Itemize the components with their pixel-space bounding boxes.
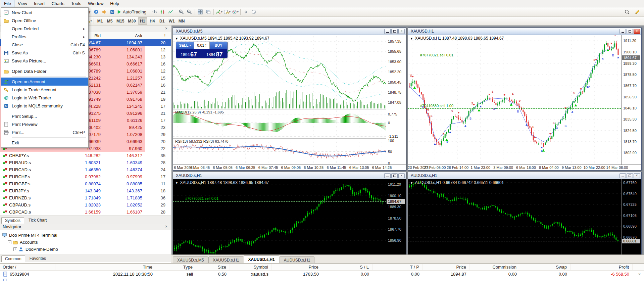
lot-stepper[interactable]: ▴▾ <box>205 44 206 47</box>
menu-item-close[interactable]: CloseCtrl+F4 <box>1 41 88 49</box>
chart-title-bar[interactable]: XAUUSD.s,H1× <box>173 172 406 179</box>
market-watch-row[interactable]: EURCAD.s1.463501.4637424 <box>0 166 171 173</box>
chart-restore-button[interactable] <box>391 173 398 178</box>
terminal-column-size[interactable]: Size <box>196 264 230 270</box>
mql5-community-button[interactable]: M <box>108 8 116 16</box>
market-watch-close-icon[interactable]: × <box>164 26 169 31</box>
crosshair-button[interactable] <box>242 8 250 16</box>
menu-item-login-to-trade-account[interactable]: Login to Trade Account <box>1 86 88 94</box>
sell-button[interactable]: SELL▾ <box>176 42 194 49</box>
terminal-column-symbol[interactable]: Symbol <box>230 264 272 270</box>
timeframe-m30-button[interactable]: M30 <box>126 17 137 25</box>
timeframe-m15-button[interactable]: M15 <box>115 17 126 25</box>
tab-common[interactable]: Common <box>1 255 25 262</box>
menu-item-login-to-web-trader[interactable]: Login to Web Trader <box>1 94 88 102</box>
chart-tab-xauusd-s-h1-2[interactable]: XAUUSD.s,H1 <box>244 255 279 263</box>
menu-item-print[interactable]: Print...Ctrl+P <box>1 128 88 136</box>
terminal-column-order[interactable]: Order / <box>0 264 55 270</box>
price-axis[interactable]: 0.677600.675400.673250.671050.668900.666… <box>621 179 641 263</box>
menu-item-open-data-folder[interactable]: Open Data Folder <box>1 67 88 75</box>
web-terminal-button[interactable] <box>92 8 100 16</box>
menubar-item-view[interactable]: View <box>14 0 31 7</box>
timeframe-m1-button[interactable]: M1 <box>95 17 105 25</box>
market-watch-row[interactable]: EURGBP.s0.880740.8808511 <box>0 180 171 187</box>
menubar-item-charts[interactable]: Charts <box>48 0 67 7</box>
terminal-column-profit[interactable]: Profit <box>571 264 633 270</box>
time-axis[interactable]: 23 Feb 202327 Feb 05:0028 Feb 14:001 Mar… <box>408 165 641 170</box>
chart-minimize-button[interactable] <box>620 173 626 178</box>
chart-plot[interactable]: ▼ AUDUSD.s,H1 0.66734 0.66742 0.66511 0.… <box>408 179 621 263</box>
collapse-box-icon[interactable]: - <box>8 240 11 244</box>
tree-item-dooprime-demo[interactable]: +DooPrime-Demo <box>0 246 171 253</box>
one-click-collapse-icon[interactable]: ▼ <box>175 181 179 185</box>
chart-restore-button[interactable] <box>627 29 633 34</box>
buy-button[interactable]: BUY <box>210 42 227 49</box>
menubar-item-file[interactable]: File <box>1 0 14 7</box>
dropdown-arrow-icon[interactable]: ▾ <box>90 19 92 22</box>
lot-size-field[interactable]: 0.01▴▾ <box>194 42 210 49</box>
market-watch-row[interactable]: EURAUD.s1.603211.6034928 <box>0 159 171 166</box>
indicators-list-button[interactable]: ▾ <box>215 8 223 16</box>
terminal-column-swap[interactable]: Swap <box>520 264 571 270</box>
chart-close-button[interactable]: × <box>634 29 640 34</box>
tab-symbols[interactable]: Symbols <box>1 217 24 224</box>
chart-title-bar[interactable]: XAUUSD,H1× <box>408 28 641 35</box>
tile-windows-button[interactable] <box>196 8 204 16</box>
news-button[interactable] <box>100 8 108 16</box>
one-click-trading-panel[interactable]: SELL▾0.01▴▾BUY189467189487 <box>176 42 228 58</box>
tab-favorites[interactable]: Favorites <box>26 255 50 262</box>
menu-item-print-preview[interactable]: Print Preview <box>1 120 88 128</box>
menu-item-save-as[interactable]: Save AsCtrl+S <box>1 49 88 57</box>
chart-close-button[interactable]: × <box>398 173 405 178</box>
terminal-column-time[interactable]: Time <box>55 264 156 270</box>
zoom-out-button[interactable] <box>186 8 193 16</box>
market-watch-row[interactable]: CHFJPY.s146.282146.31735 <box>0 152 171 159</box>
market-watch-row[interactable]: EURNZD.s1.718491.7188536 <box>0 194 171 201</box>
menubar-item-window[interactable]: Window <box>85 0 107 7</box>
cascade-windows-button[interactable] <box>204 8 212 16</box>
chart-restore-button[interactable] <box>391 29 398 34</box>
dropdown-arrow-icon[interactable]: ▾ <box>221 10 222 13</box>
timeframe-d1-button[interactable]: D1 <box>157 17 167 25</box>
menu-item-open-offline[interactable]: Open Offline <box>1 16 88 25</box>
search-button[interactable] <box>623 8 631 16</box>
chart-tab-audusd-s-h1-3[interactable]: AUDUSD.s,H1 <box>280 256 315 263</box>
chart-title-bar[interactable]: AUDUSD.s,H1× <box>408 172 641 179</box>
tab-tick-chart[interactable]: Tick Chart <box>25 217 50 224</box>
timeframe-h4-button[interactable]: H4 <box>148 17 157 25</box>
terminal-column-t-p[interactable]: T / P <box>373 264 423 270</box>
templates-button[interactable]: ▾ <box>231 8 239 16</box>
autotrading-button[interactable]: AutoTrading <box>116 8 148 16</box>
periods-list-button[interactable]: ▾ <box>223 8 231 16</box>
menu-item-new-chart[interactable]: New Chart <box>1 8 88 16</box>
chart-close-button[interactable]: × <box>398 29 405 34</box>
menu-item-profiles[interactable]: Profiles▸ <box>1 33 88 41</box>
timeframe-h1-button[interactable]: H1 <box>138 17 147 25</box>
chart-tab-xauusd-s-h1-1[interactable]: XAUUSD.s,H1 <box>208 256 243 263</box>
expand-box-icon[interactable]: + <box>13 247 17 251</box>
menubar-item-insert[interactable]: Insert <box>31 0 48 7</box>
one-click-collapse-icon[interactable]: ▼ <box>410 181 414 185</box>
menubar-item-help[interactable]: Help <box>107 0 122 7</box>
terminal-column-price[interactable]: Price <box>423 264 470 270</box>
terminal-column-type[interactable]: Type <box>156 264 196 270</box>
candlestick-chart-button[interactable] <box>159 8 166 16</box>
timeframe-m5-button[interactable]: M5 <box>105 17 114 25</box>
zoom-in-button[interactable] <box>178 8 185 16</box>
terminal-column-s-l[interactable]: S / L <box>322 264 373 270</box>
price-axis[interactable]: 1911.201900.101889.301878.501867.701856.… <box>621 35 641 165</box>
timeframe-w1-button[interactable]: W1 <box>167 17 177 25</box>
market-watch-row[interactable]: GBPAUD.s1.820231.8205229 <box>0 201 171 208</box>
chart-plot[interactable]: ▼ XAUUSD.s,M5 1894.15 1895.42 1893.92 18… <box>173 35 386 165</box>
dropdown-arrow-icon[interactable]: ▾ <box>229 10 231 13</box>
close-order-icon[interactable]: × <box>638 272 641 277</box>
menu-item-open-deleted[interactable]: Open Deleted▸ <box>1 25 88 33</box>
market-watch-row[interactable]: EURJPY.s143.349143.36718 <box>0 187 171 194</box>
menu-item-exit[interactable]: Exit <box>1 139 88 147</box>
chart-plot[interactable]: ▼ XAUUSD.s,H1 1887.48 1898.63 1886.65 18… <box>408 35 621 165</box>
order-row[interactable]: 650198042022.11.18 10:38:50sell0.50xauus… <box>0 271 644 278</box>
terminal-column-price[interactable]: Price <box>272 264 322 270</box>
chart-tab-xauusd-s-m5-0[interactable]: XAUUSD.s,M5 <box>173 256 208 263</box>
menu-item-open-an-account[interactable]: Open an Account <box>1 78 88 86</box>
quick-edit-button[interactable] <box>634 8 641 16</box>
